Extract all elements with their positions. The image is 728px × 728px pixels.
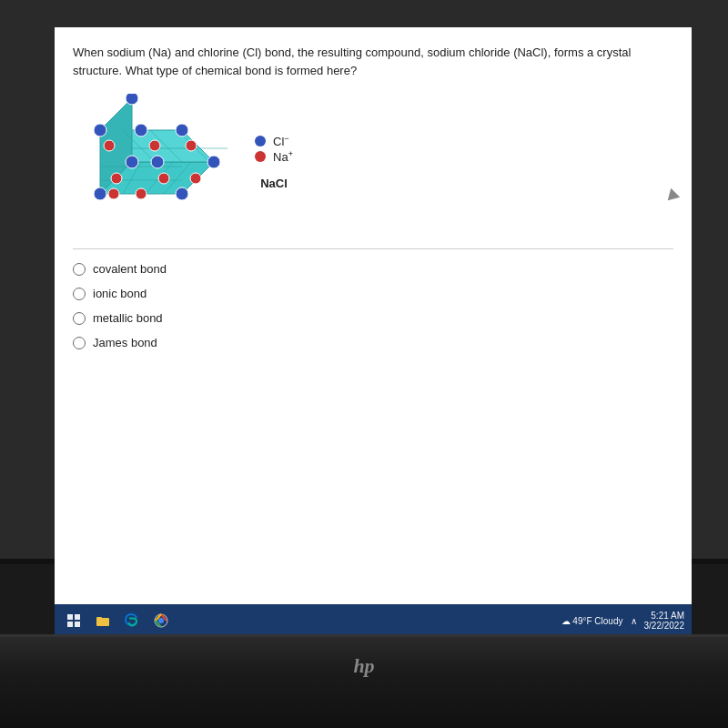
start-button[interactable] <box>62 609 86 632</box>
svg-point-29 <box>190 173 201 184</box>
radio-ionic[interactable] <box>73 288 86 300</box>
na-label: Na+ <box>273 149 293 164</box>
svg-point-26 <box>135 124 147 136</box>
time-display: 5:21 AM 3/22/2022 <box>644 611 685 631</box>
option-covalent-label: covalent bond <box>93 262 167 276</box>
cl-label: Cl− <box>273 134 289 148</box>
svg-point-13 <box>176 187 188 200</box>
svg-point-25 <box>186 140 197 151</box>
option-ionic-label: ionic bond <box>93 287 147 300</box>
options-list: covalent bond ionic bond metallic bond J… <box>73 262 673 349</box>
na-legend-item: Na+ <box>255 149 293 164</box>
svg-point-24 <box>104 140 115 151</box>
cl-legend-item: Cl− <box>255 134 293 148</box>
svg-rect-32 <box>67 622 73 627</box>
svg-point-17 <box>176 124 188 136</box>
date: 3/22/2022 <box>644 621 685 631</box>
laptop-bottom: hp <box>0 637 728 728</box>
taskbar: ☁ 49°F Cloudy ∧ 5:21 AM 3/22/2022 <box>55 604 692 637</box>
edge-button[interactable] <box>120 609 144 632</box>
cl-dot <box>255 136 266 147</box>
svg-point-21 <box>111 173 122 184</box>
radio-covalent[interactable] <box>73 263 86 276</box>
svg-point-18 <box>126 94 138 105</box>
svg-point-16 <box>94 124 106 136</box>
svg-point-28 <box>108 188 119 199</box>
svg-rect-33 <box>75 622 80 627</box>
option-ionic[interactable]: ionic bond <box>73 287 673 300</box>
nacl-crystal-diagram <box>73 94 228 230</box>
svg-point-15 <box>126 156 138 168</box>
taskbar-left <box>62 609 173 632</box>
option-covalent[interactable]: covalent bond <box>73 262 673 276</box>
weather-info: ☁ 49°F Cloudy <box>561 616 623 626</box>
svg-point-23 <box>149 140 160 151</box>
time: 5:21 AM <box>644 611 685 621</box>
question-text: When sodium (Na) and chlorine (Cl) bond,… <box>73 44 673 79</box>
radio-james[interactable] <box>73 337 86 349</box>
option-metallic[interactable]: metallic bond <box>73 311 673 325</box>
diagram-area: Cl− Na+ NaCl <box>73 94 673 230</box>
na-dot <box>255 151 266 162</box>
option-james-label: James bond <box>93 336 157 349</box>
svg-point-20 <box>158 173 169 184</box>
svg-point-14 <box>207 156 220 168</box>
file-explorer-button[interactable] <box>91 609 115 632</box>
hp-logo: hp <box>353 654 374 678</box>
svg-rect-31 <box>75 614 80 620</box>
option-james[interactable]: James bond <box>73 336 673 349</box>
crystal-legend: Cl− Na+ NaCl <box>255 134 293 190</box>
option-metallic-label: metallic bond <box>93 311 163 325</box>
compound-label: NaCl <box>255 177 293 190</box>
svg-rect-35 <box>96 617 102 620</box>
svg-point-12 <box>94 187 106 200</box>
svg-point-19 <box>136 188 147 199</box>
svg-point-37 <box>158 618 164 623</box>
svg-rect-30 <box>67 614 73 620</box>
radio-metallic[interactable] <box>73 312 86 325</box>
chrome-button[interactable] <box>149 609 173 632</box>
taskbar-right: ☁ 49°F Cloudy ∧ 5:21 AM 3/22/2022 <box>561 611 684 631</box>
system-tray: ∧ <box>631 616 637 626</box>
divider <box>73 248 673 249</box>
svg-point-27 <box>151 156 164 168</box>
